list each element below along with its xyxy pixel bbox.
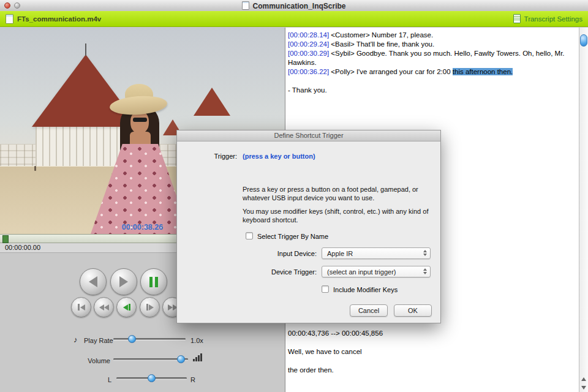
srt-text-block[interactable]: 00:00:43,736 --> 00:00:45,856 Well, we h… [288, 329, 577, 384]
step-forward-icon [146, 304, 154, 311]
play-rate-label: Play Rate [84, 337, 113, 344]
device-trigger-select[interactable]: (select an input trigger) [322, 266, 431, 277]
timestamp[interactable]: [00:00:29.24] [288, 40, 329, 48]
beach-figure [34, 166, 36, 171]
ok-button[interactable]: OK [394, 304, 432, 317]
play-rate-track[interactable] [113, 338, 186, 340]
transcript-line: [00:00:36.22] <Polly> I've arranged your… [288, 67, 577, 77]
include-modifier-keys-checkbox[interactable] [322, 285, 329, 293]
transcript-line-text: <Sybil> Goodbye. Thank you so much. Hell… [288, 50, 565, 66]
chevron-up-down-icon [423, 268, 427, 274]
input-device-label: Input Device: [238, 250, 317, 257]
play-rate-value: 1.0x [190, 337, 203, 344]
pause-icon [149, 277, 158, 287]
transcript-editor[interactable]: [00:00:28.14] <Customer> Number 17, plea… [288, 31, 577, 95]
balance-slider[interactable] [116, 374, 187, 382]
select-trigger-by-name-checkbox[interactable] [246, 232, 253, 239]
play-rate-slider[interactable] [113, 335, 186, 343]
trigger-label: Trigger: [189, 153, 237, 160]
input-device-select[interactable]: Apple IR [322, 247, 431, 259]
include-modifier-keys-label: Include Modifier Keys [333, 286, 398, 293]
srt-timecode: 00:00:43,736 --> 00:00:45,856 [288, 329, 577, 338]
blank-line [288, 77, 577, 86]
timeline-playhead[interactable] [2, 235, 9, 243]
go-to-start-button[interactable] [71, 297, 91, 317]
srt-line: Well, we have to cancel [288, 347, 577, 356]
media-filename: FTs_communication.m4v [17, 15, 101, 23]
transcript-line: [00:00:28.14] <Customer> Number 17, plea… [288, 31, 577, 40]
balance-left-label: L [108, 376, 111, 383]
transcript-line: [00:00:30.29] <Sybil> Goodbye. Thank you… [288, 49, 577, 67]
transcript-line-text: - Thank you. [288, 86, 327, 94]
step-forward-button[interactable] [140, 297, 160, 317]
transcript-settings-label: Transcript Settings [524, 15, 582, 23]
play-button[interactable] [110, 268, 137, 295]
dialog-title[interactable]: Define Shortcut Trigger [177, 130, 440, 141]
scrollbar-thumb[interactable] [580, 34, 587, 47]
play-icon [119, 276, 128, 287]
volume-thumb[interactable] [177, 355, 185, 363]
window-title-text: Communication_InqScribe [252, 2, 345, 10]
media-bar: FTs_communication.m4v Transcript Setting… [0, 11, 588, 27]
volume-bars-icon [193, 353, 202, 361]
input-device-value: Apple IR [327, 250, 353, 257]
device-trigger-label: Device Trigger: [238, 268, 317, 276]
transcript-line-text: <Customer> Number 17, please. [329, 31, 433, 39]
help-text-2: You may use modifier keys (shift, contro… [243, 208, 434, 224]
volume-slider[interactable] [113, 355, 188, 363]
transcript-scrollbar[interactable] [579, 28, 588, 392]
step-back-icon [123, 304, 130, 311]
scrollbar-arrows [579, 375, 588, 392]
rewind-button[interactable] [94, 297, 114, 317]
scroll-down-icon[interactable] [581, 386, 586, 390]
transcript-line: - Thank you. [288, 86, 577, 95]
volume-label: Volume [80, 357, 110, 364]
device-trigger-value: (select an input trigger) [327, 268, 396, 276]
timestamp[interactable]: [00:00:30.29] [288, 50, 329, 57]
transcript-line-text: <Basil> That'll be fine, thank you. [329, 40, 434, 48]
scroll-up-icon[interactable] [581, 377, 586, 381]
cancel-button[interactable]: Cancel [350, 304, 388, 317]
trigger-value: (press a key or button) [243, 153, 315, 160]
media-file-badge[interactable]: FTs_communication.m4v [6, 14, 101, 24]
jump-back-button[interactable] [80, 268, 107, 295]
select-trigger-by-name-label: Select Trigger By Name [257, 233, 328, 240]
transcript-settings-button[interactable]: Transcript Settings [513, 14, 582, 23]
pause-button[interactable] [140, 268, 167, 295]
balance-thumb[interactable] [148, 374, 156, 382]
play-rate-thumb[interactable] [128, 335, 136, 343]
transcript-settings-icon [513, 14, 521, 23]
selected-text: this afternoon then. [453, 68, 513, 75]
hotel-turret [194, 88, 230, 116]
balance-right-label: R [190, 376, 195, 383]
timestamp[interactable]: [00:00:28.14] [288, 31, 329, 39]
srt-line: the order then. [288, 366, 577, 375]
go-to-start-icon [78, 304, 85, 311]
play-rate-icon: ♪ [74, 335, 78, 344]
rewind-icon [99, 304, 109, 311]
help-text-1: Press a key or press a button on a foot … [243, 186, 434, 202]
jump-back-icon [89, 276, 97, 287]
chevron-up-down-icon [423, 250, 427, 256]
sunglasses [133, 118, 147, 122]
window-title: Communication_InqScribe [0, 1, 588, 10]
flagpole [85, 43, 86, 56]
media-file-icon [6, 14, 13, 24]
transcript-line-text: <Polly> I've arranged your car for 2:00 [329, 68, 453, 75]
transcript-line: [00:00:29.24] <Basil> That'll be fine, t… [288, 40, 577, 49]
define-shortcut-trigger-dialog: Define Shortcut Trigger Trigger: (press … [176, 130, 441, 323]
timestamp[interactable]: [00:00:36.22] [288, 68, 329, 75]
document-icon [242, 1, 249, 10]
window-titlebar: Communication_InqScribe [0, 0, 588, 12]
step-back-button[interactable] [116, 297, 137, 317]
